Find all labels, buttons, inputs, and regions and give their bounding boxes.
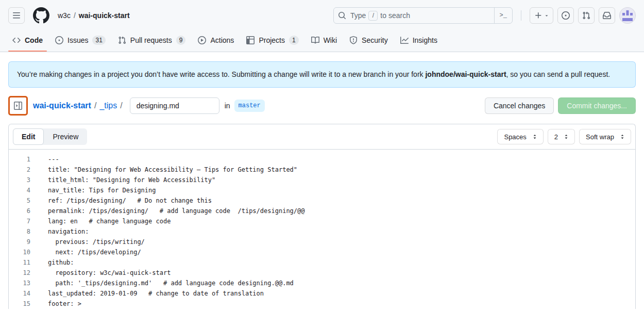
hamburger-menu-button[interactable]: [8, 7, 25, 24]
breadcrumb-separator: /: [117, 101, 125, 110]
tab-edit[interactable]: Edit: [13, 128, 44, 145]
fork-name: johndoe/wai-quick-start: [425, 70, 506, 78]
line-text: footer: >: [30, 299, 81, 309]
breadcrumb-org-link[interactable]: w3c: [58, 11, 71, 20]
header-divider: [521, 10, 521, 21]
indent-size-select[interactable]: 2: [548, 129, 575, 144]
tab-projects[interactable]: Projects 1: [242, 31, 302, 52]
tab-label: Code: [25, 36, 43, 44]
file-editor: Edit Preview Spaces 2 Soft wrap 1--- 2ti…: [8, 124, 636, 309]
code-line[interactable]: 13 path: '_tips/designing.md' # add lang…: [9, 278, 635, 288]
slash-key-hint: /: [368, 11, 378, 21]
line-text: last_updated: 2019-01-09 # change to dat…: [30, 288, 264, 299]
code-line[interactable]: 12 repository: w3c/wai-quick-start: [9, 268, 635, 278]
code-icon: [12, 36, 21, 44]
tab-pull-requests[interactable]: Pull requests 9: [114, 31, 190, 52]
code-line[interactable]: 15footer: >: [9, 299, 635, 309]
tab-code[interactable]: Code: [8, 31, 47, 52]
line-text: navigation:: [30, 226, 89, 237]
line-number: 12: [9, 268, 30, 278]
line-number: 8: [9, 226, 30, 237]
create-new-button[interactable]: [530, 7, 553, 24]
code-line[interactable]: 5ref: /tips/designing/ # Do not change t…: [9, 195, 635, 206]
line-number: 3: [9, 175, 30, 185]
repo-tab-nav: Code Issues 31 Pull requests 9 Actions P…: [0, 31, 644, 52]
code-editor-area[interactable]: 1--- 2title: "Designing for Web Accessib…: [9, 150, 635, 309]
user-avatar[interactable]: [619, 7, 636, 24]
line-number: 6: [9, 206, 30, 216]
book-icon: [311, 36, 319, 44]
file-breadcrumb-repo-link[interactable]: wai-quick-start: [33, 101, 91, 110]
git-pull-request-icon: [582, 11, 590, 20]
sidebar-toggle-button[interactable]: [10, 98, 26, 113]
sidebar-expand-icon: [14, 102, 22, 110]
tab-wiki[interactable]: Wiki: [307, 31, 341, 52]
up-down-caret-icon: [563, 134, 569, 140]
line-text: lang: en # change language code: [30, 216, 171, 226]
tab-label: Actions: [210, 36, 234, 44]
tab-security[interactable]: Security: [345, 31, 392, 52]
tab-label: Security: [362, 36, 388, 44]
line-number: 7: [9, 216, 30, 226]
indent-mode-select[interactable]: Spaces: [497, 129, 543, 144]
line-number: 2: [9, 165, 30, 175]
branch-badge[interactable]: master: [234, 100, 265, 112]
banner-text-after: , so you can send a pull request.: [506, 70, 611, 78]
global-search-input[interactable]: Type / to search >_: [333, 7, 513, 24]
tab-insights[interactable]: Insights: [396, 31, 442, 52]
chevron-down-icon: [544, 13, 549, 18]
commit-changes-button[interactable]: Commit changes...: [558, 97, 636, 114]
tab-label: Projects: [259, 36, 285, 44]
code-line[interactable]: 1---: [9, 154, 635, 165]
indent-mode-value: Spaces: [504, 133, 526, 141]
code-line[interactable]: 3title_html: "Designing for Web Accessib…: [9, 175, 635, 185]
shield-icon: [349, 36, 358, 44]
code-line[interactable]: 11github:: [9, 257, 635, 268]
code-line[interactable]: 10 next: /tips/developing/: [9, 247, 635, 257]
tab-actions[interactable]: Actions: [194, 31, 238, 52]
line-number: 4: [9, 185, 30, 195]
breadcrumb-separator: /: [91, 101, 99, 110]
file-bar-actions: Cancel changes Commit changes...: [485, 97, 636, 114]
three-bars-icon: [12, 11, 21, 20]
tab-preview[interactable]: Preview: [44, 128, 87, 145]
wrap-mode-value: Soft wrap: [586, 133, 614, 141]
code-line[interactable]: 2title: "Designing for Web Accessibility…: [9, 165, 635, 175]
in-label: in: [225, 102, 230, 110]
pull-requests-header-button[interactable]: [578, 7, 595, 24]
inbox-header-button[interactable]: [599, 7, 615, 24]
code-line[interactable]: 6permalink: /tips/designing/ # add langu…: [9, 206, 635, 216]
file-breadcrumb-dir-link[interactable]: _tips: [99, 101, 117, 110]
command-palette-icon[interactable]: >_: [494, 8, 512, 23]
code-line[interactable]: 4nav_title: Tips for Designing: [9, 185, 635, 195]
git-pull-request-icon: [118, 36, 126, 44]
tab-issues[interactable]: Issues 31: [51, 31, 110, 52]
tab-label: Wiki: [324, 36, 337, 44]
cancel-changes-button[interactable]: Cancel changes: [485, 97, 554, 114]
tab-label: Insights: [413, 36, 437, 44]
issue-opened-icon: [562, 11, 570, 20]
fork-notice-banner: You’re making changes in a project you d…: [8, 61, 636, 88]
file-bar: wai-quick-start / _tips / in master Canc…: [8, 96, 636, 116]
github-logo-icon[interactable]: [33, 7, 49, 24]
line-text: nav_title: Tips for Designing: [30, 185, 156, 195]
filename-input[interactable]: [130, 97, 219, 114]
line-text: title_html: "Designing for Web Accessibi…: [30, 175, 215, 185]
issues-header-button[interactable]: [557, 7, 574, 24]
annotation-highlight: [8, 96, 28, 116]
code-line[interactable]: 9 previous: /tips/writing/: [9, 237, 635, 247]
line-text: permalink: /tips/designing/ # add langua…: [30, 206, 305, 216]
line-text: previous: /tips/writing/: [30, 237, 145, 247]
wrap-mode-select[interactable]: Soft wrap: [579, 129, 631, 144]
line-number: 10: [9, 247, 30, 257]
line-text: github:: [30, 257, 74, 268]
editor-controls: Spaces 2 Soft wrap: [497, 129, 631, 144]
projects-count-badge: 1: [289, 36, 299, 45]
code-line[interactable]: 8navigation:: [9, 226, 635, 237]
global-header: w3c / wai-quick-start Type / to search >…: [0, 0, 644, 31]
breadcrumb-repo-link[interactable]: wai-quick-start: [79, 11, 130, 20]
code-line[interactable]: 7lang: en # change language code: [9, 216, 635, 226]
search-placeholder-prefix: Type: [350, 11, 366, 20]
code-line[interactable]: 14last_updated: 2019-01-09 # change to d…: [9, 288, 635, 299]
line-text: path: '_tips/designing.md' # add languag…: [30, 278, 294, 288]
